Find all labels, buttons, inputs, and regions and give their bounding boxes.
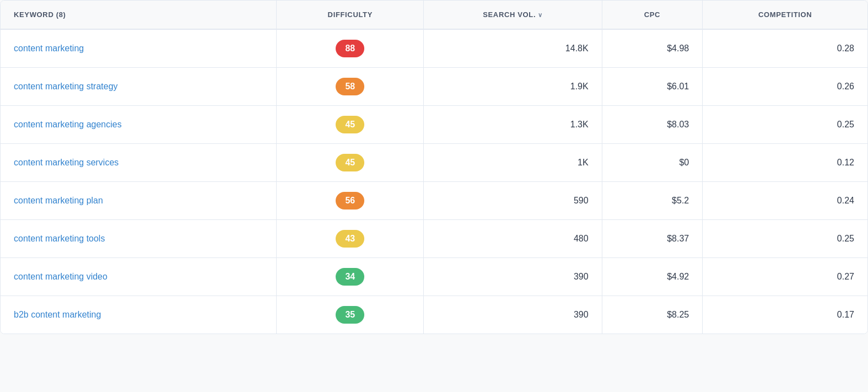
keyword-cell[interactable]: content marketing tools xyxy=(1,220,277,258)
keyword-cell[interactable]: content marketing video xyxy=(1,258,277,296)
table-row: b2b content marketing35390$8.250.17 xyxy=(1,296,867,334)
table-header-row: KEYWORD (8)DIFFICULTYSEARCH VOL. ∨CPCCOM… xyxy=(1,1,867,29)
table-row: content marketing8814.8K$4.980.28 xyxy=(1,29,867,68)
competition-cell: 0.24 xyxy=(703,182,867,220)
col-header-competition: COMPETITION xyxy=(703,1,867,29)
cpc-cell: $8.03 xyxy=(602,106,703,144)
difficulty-cell: 43 xyxy=(277,220,424,258)
table-row: content marketing plan56590$5.20.24 xyxy=(1,182,867,220)
col-header-cpc: CPC xyxy=(602,1,703,29)
search-vol-cell: 14.8K xyxy=(424,29,602,68)
cpc-cell: $8.37 xyxy=(602,220,703,258)
search-vol-cell: 590 xyxy=(424,182,602,220)
keyword-cell[interactable]: content marketing services xyxy=(1,144,277,182)
difficulty-cell: 35 xyxy=(277,296,424,334)
keyword-table: KEYWORD (8)DIFFICULTYSEARCH VOL. ∨CPCCOM… xyxy=(0,0,868,334)
difficulty-cell: 45 xyxy=(277,106,424,144)
difficulty-badge: 45 xyxy=(336,116,364,133)
search-vol-cell: 1K xyxy=(424,144,602,182)
cpc-cell: $6.01 xyxy=(602,68,703,106)
competition-cell: 0.25 xyxy=(703,106,867,144)
difficulty-badge: 45 xyxy=(336,154,364,171)
difficulty-badge: 43 xyxy=(336,230,364,248)
search-vol-cell: 390 xyxy=(424,258,602,296)
table-row: content marketing strategy581.9K$6.010.2… xyxy=(1,68,867,106)
competition-cell: 0.17 xyxy=(703,296,867,334)
search-vol-cell: 390 xyxy=(424,296,602,334)
search-vol-cell: 1.9K xyxy=(424,68,602,106)
col-header-difficulty: DIFFICULTY xyxy=(277,1,424,29)
difficulty-cell: 58 xyxy=(277,68,424,106)
keyword-cell[interactable]: content marketing agencies xyxy=(1,106,277,144)
cpc-cell: $5.2 xyxy=(602,182,703,220)
col-header-keyword: KEYWORD (8) xyxy=(1,1,277,29)
table-row: content marketing tools43480$8.370.25 xyxy=(1,220,867,258)
search-vol-cell: 1.3K xyxy=(424,106,602,144)
cpc-cell: $8.25 xyxy=(602,296,703,334)
competition-cell: 0.27 xyxy=(703,258,867,296)
competition-cell: 0.28 xyxy=(703,29,867,68)
difficulty-cell: 88 xyxy=(277,29,424,68)
keyword-cell[interactable]: b2b content marketing xyxy=(1,296,277,334)
difficulty-badge: 35 xyxy=(336,306,364,324)
competition-cell: 0.26 xyxy=(703,68,867,106)
sort-arrow-icon: ∨ xyxy=(538,12,543,19)
difficulty-cell: 45 xyxy=(277,144,424,182)
difficulty-badge: 34 xyxy=(336,268,364,286)
cpc-cell: $4.92 xyxy=(602,258,703,296)
competition-cell: 0.25 xyxy=(703,220,867,258)
table-row: content marketing agencies451.3K$8.030.2… xyxy=(1,106,867,144)
table-row: content marketing video34390$4.920.27 xyxy=(1,258,867,296)
cpc-cell: $4.98 xyxy=(602,29,703,68)
keyword-cell[interactable]: content marketing xyxy=(1,29,277,68)
cpc-cell: $0 xyxy=(602,144,703,182)
difficulty-badge: 56 xyxy=(336,192,364,210)
search-vol-cell: 480 xyxy=(424,220,602,258)
table-row: content marketing services451K$00.12 xyxy=(1,144,867,182)
difficulty-badge: 88 xyxy=(336,40,364,57)
difficulty-badge: 58 xyxy=(336,78,364,95)
difficulty-cell: 56 xyxy=(277,182,424,220)
keyword-cell[interactable]: content marketing strategy xyxy=(1,68,277,106)
keyword-cell[interactable]: content marketing plan xyxy=(1,182,277,220)
difficulty-cell: 34 xyxy=(277,258,424,296)
col-header-searchvol[interactable]: SEARCH VOL. ∨ xyxy=(424,1,602,29)
competition-cell: 0.12 xyxy=(703,144,867,182)
